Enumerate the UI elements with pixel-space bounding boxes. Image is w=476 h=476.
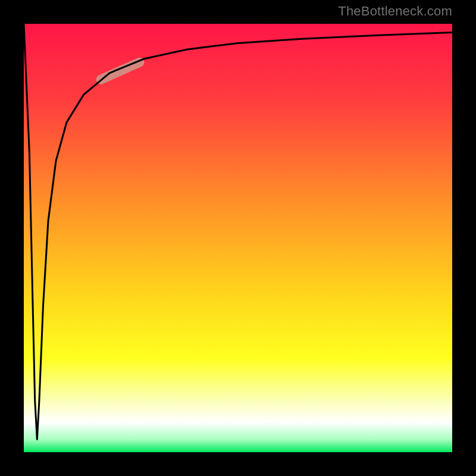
curve-layer (24, 24, 452, 452)
highlight-segment (101, 62, 140, 80)
plot-area (24, 24, 452, 452)
curve-line (24, 24, 452, 439)
watermark-text: TheBottleneck.com (338, 4, 452, 19)
chart-frame: TheBottleneck.com (0, 0, 476, 476)
